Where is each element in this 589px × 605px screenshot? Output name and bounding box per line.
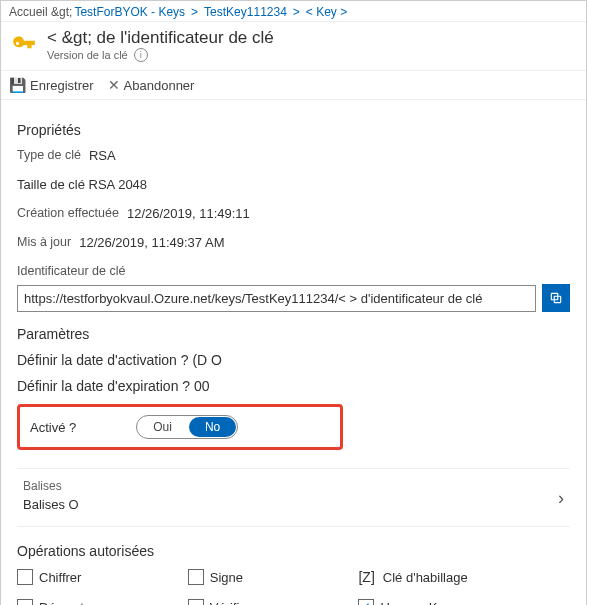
title-row: < &gt; de l'identificateur de clé Versio…	[1, 22, 586, 70]
checkbox-checked-icon[interactable]	[358, 599, 374, 605]
chevron-right-icon: >	[191, 5, 198, 19]
updated-label: Mis à jour	[17, 235, 71, 250]
save-icon: 💾	[9, 77, 26, 93]
chevron-right-icon: ›	[558, 487, 564, 508]
enabled-toggle[interactable]: Oui No	[136, 415, 238, 439]
op-sign[interactable]: Signe	[188, 569, 351, 585]
save-button[interactable]: 💾 Enregistrer	[9, 77, 94, 93]
settings-heading: Paramètres	[17, 326, 570, 342]
created-label: Création effectuée	[17, 206, 119, 221]
info-icon[interactable]: i	[134, 48, 148, 62]
page-title: < &gt; de l'identificateur de clé	[47, 28, 274, 48]
updated-value: 12/26/2019, 11:49:37 AM	[79, 235, 224, 250]
checkbox-icon[interactable]	[188, 599, 204, 605]
save-label: Enregistrer	[30, 78, 94, 93]
copy-button[interactable]	[542, 284, 570, 312]
tags-label: Balises	[23, 479, 570, 493]
page-subtitle: Version de la clé	[47, 49, 128, 61]
tags-row[interactable]: Balises Balises O ›	[17, 468, 570, 527]
chevron-right-icon: >	[293, 5, 300, 19]
checkbox-icon[interactable]	[17, 569, 33, 585]
key-id-input[interactable]	[17, 285, 536, 312]
command-bar: 💾 Enregistrer ✕ Abandonner	[1, 70, 586, 100]
op-decrypt-label: Décrypter	[39, 600, 95, 606]
op-unwrap-label: Unwrap Key	[380, 600, 451, 606]
activation-date-line: Définir la date d'activation ? (D O	[17, 352, 570, 368]
checkbox-icon[interactable]	[188, 569, 204, 585]
discard-label: Abandonner	[124, 78, 195, 93]
enabled-highlight-box: Activé ? Oui No	[17, 404, 343, 450]
key-type-label: Type de clé	[17, 148, 81, 163]
operations-heading: Opérations autorisées	[17, 543, 570, 559]
key-id-label: Identificateur de clé	[17, 264, 570, 278]
key-icon	[11, 32, 37, 58]
expiration-date-line: Définir la date d'expiration ? 00	[17, 378, 570, 394]
properties-heading: Propriétés	[17, 122, 570, 138]
op-decrypt[interactable]: Décrypter	[17, 599, 180, 605]
breadcrumb: Accueil &gt; TestForBYOK - Keys > TestKe…	[1, 1, 586, 22]
breadcrumb-key-link[interactable]: TestKey111234	[204, 5, 287, 19]
wrap-symbol: [Z]	[358, 569, 374, 585]
discard-button[interactable]: ✕ Abandonner	[108, 77, 195, 93]
key-size-line: Taille de clé RSA 2048	[17, 177, 147, 192]
enabled-toggle-yes[interactable]: Oui	[137, 416, 188, 438]
op-unwrap[interactable]: Unwrap Key	[358, 599, 570, 605]
created-value: 12/26/2019, 11:49:11	[127, 206, 250, 221]
key-type-value: RSA	[89, 148, 116, 163]
op-verify-label: Vérifier	[210, 600, 251, 606]
breadcrumb-current[interactable]: < Key >	[306, 5, 347, 19]
enabled-toggle-no[interactable]: No	[189, 417, 236, 437]
op-verify[interactable]: Vérifier	[188, 599, 351, 605]
op-encrypt-label: Chiffrer	[39, 570, 81, 585]
enabled-label: Activé ?	[30, 420, 76, 435]
breadcrumb-vault-link[interactable]: TestForBYOK - Keys	[74, 5, 185, 19]
checkbox-icon[interactable]	[17, 599, 33, 605]
breadcrumb-home[interactable]: Accueil &gt;	[9, 5, 72, 19]
op-wrap-label: Clé d'habillage	[383, 570, 468, 585]
op-sign-label: Signe	[210, 570, 243, 585]
discard-icon: ✕	[108, 77, 120, 93]
op-wrap[interactable]: [Z] Clé d'habillage	[358, 569, 570, 585]
tags-value: Balises O	[23, 497, 570, 512]
op-encrypt[interactable]: Chiffrer	[17, 569, 180, 585]
copy-icon	[549, 291, 563, 305]
